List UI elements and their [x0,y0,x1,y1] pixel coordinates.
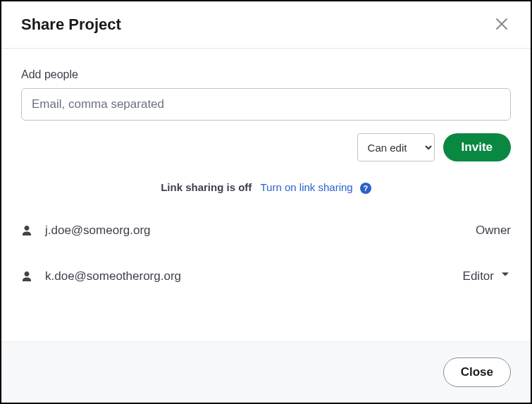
invite-row: Can edit Invite [21,133,511,161]
person-row: k.doe@someotherorg.org Editor [21,253,511,299]
person-role-dropdown[interactable]: Editor [463,269,511,283]
modal-header: Share Project [1,1,531,49]
link-sharing-row: Link sharing is off Turn on link sharing… [21,181,511,194]
modal-footer: Close [1,341,531,403]
link-sharing-status: Link sharing is off [161,181,252,193]
role-label: Editor [463,269,494,283]
share-project-modal: Share Project Add people Can edit Invite… [0,0,532,404]
user-icon [21,271,32,282]
user-icon [21,225,32,236]
email-input[interactable] [21,88,511,121]
person-email: k.doe@someotherorg.org [45,269,181,283]
person-role: Owner [476,224,511,238]
help-icon[interactable]: ? [360,183,371,194]
permission-select[interactable]: Can edit [357,133,435,161]
turn-on-link-sharing[interactable]: Turn on link sharing [261,181,353,193]
close-icon[interactable] [493,16,511,33]
modal-body: Add people Can edit Invite Link sharing … [1,49,531,341]
person-row: j.doe@someorg.org Owner [21,208,511,253]
modal-title: Share Project [21,16,121,34]
person-email: j.doe@someorg.org [45,224,151,238]
invite-button[interactable]: Invite [443,133,511,161]
people-list: j.doe@someorg.org Owner k.doe@someothero… [21,208,511,299]
person-left: j.doe@someorg.org [21,224,151,238]
role-label: Owner [476,224,511,238]
chevron-down-icon [500,269,511,283]
add-people-label: Add people [21,68,511,81]
close-button[interactable]: Close [443,357,511,387]
person-left: k.doe@someotherorg.org [21,269,181,283]
